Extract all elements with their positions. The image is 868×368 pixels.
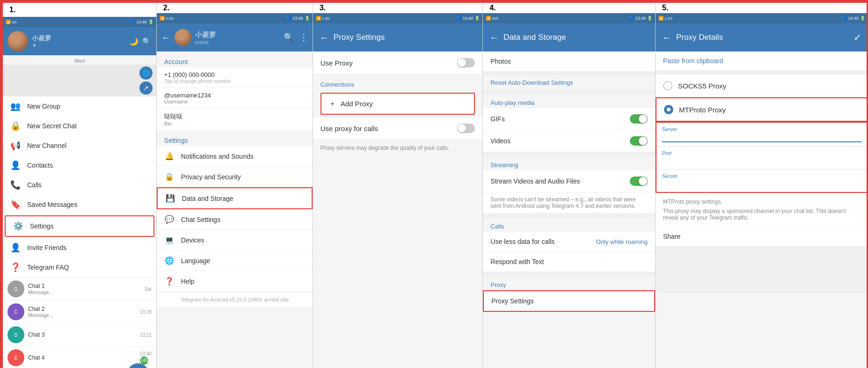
panel-4: 4. 📶 605 🔵 13:40 🔋 ← Data and Storage: [483, 3, 656, 368]
gifs-toggle[interactable]: [630, 114, 648, 124]
username: 小菱萝: [32, 34, 125, 43]
settings-item-notifications[interactable]: 🔔 Notifications and Sounds: [157, 146, 313, 167]
mtproto-label: MTProto Proxy: [679, 106, 726, 114]
videos-toggle[interactable]: [630, 136, 648, 146]
header-status: online: [195, 39, 280, 45]
bio-text: 哒哒哒: [164, 112, 305, 121]
status-right: 🔵 13:40 🔋: [130, 20, 153, 24]
back-button[interactable]: ←: [161, 32, 171, 43]
chat-avatar: D: [7, 326, 24, 343]
socks5-radio[interactable]: [663, 81, 672, 90]
connections-title: Connections: [313, 74, 483, 91]
search-icon[interactable]: 🔍: [284, 32, 294, 43]
channel-icon: 📢: [10, 140, 21, 151]
less-data-value: Only while roaming: [596, 238, 648, 245]
menu-item-contacts[interactable]: 👤 Contacts: [3, 155, 156, 175]
secret-input[interactable]: [662, 179, 861, 188]
menu-item-new-channel[interactable]: 📢 New Channel: [3, 136, 156, 155]
phone-hint: Tap to change phone number: [164, 78, 305, 84]
menu-item-calls[interactable]: 📞 Calls: [3, 175, 156, 195]
lock-icon: 🔒: [10, 121, 21, 131]
panel-5: 5. 📶 1.2G 🔵 14:40 🔋 ← Proxy Details ✓: [656, 3, 868, 368]
panel3-header: ← Proxy Settings: [313, 23, 483, 52]
server-input[interactable]: [662, 132, 861, 142]
stream-toggle[interactable]: [630, 177, 648, 186]
use-proxy-calls-row[interactable]: Use proxy for calls: [313, 117, 483, 140]
respond-text-row[interactable]: Respond with Text: [483, 252, 655, 272]
server-field[interactable]: Server: [656, 123, 867, 147]
menu-item-new-secret-chat[interactable]: 🔒 New Secret Chat: [3, 116, 156, 136]
videos-label: Videos: [490, 137, 511, 145]
status-bar-5: 📶 1.2G 🔵 14:40 🔋: [656, 13, 868, 23]
plus-icon: ＋: [329, 99, 336, 108]
confirm-icon[interactable]: ✓: [853, 32, 861, 43]
panel2-header: ← 小菱萝 online 🔍 ⋮: [157, 23, 313, 52]
streaming-hint: Some videos can't be streamed – e.g., al…: [483, 192, 655, 213]
settings-item-privacy[interactable]: 🔒 Privacy and Security: [157, 167, 313, 187]
language-icon: 🌐: [164, 256, 175, 265]
share-button[interactable]: Share: [656, 227, 868, 246]
proxy-settings-row[interactable]: Proxy Settings: [483, 290, 655, 312]
stream-row[interactable]: Stream Videos and Audio Files: [483, 170, 655, 192]
gifs-row[interactable]: GIFs: [483, 108, 655, 130]
less-data-row[interactable]: Use less data for calls Only while roami…: [483, 232, 655, 252]
chat-info: Chat 3: [28, 331, 136, 338]
chat-item[interactable]: D Chat 3 13:21: [3, 324, 156, 346]
panel1-header: 小菱萝 ▼ 🌙 🔍: [3, 27, 156, 55]
step-5-label: 5.: [658, 3, 672, 14]
chat-item[interactable]: G Chat 1 Message... Sat: [3, 278, 156, 301]
back-button[interactable]: ←: [489, 32, 499, 43]
proxy-calls-toggle[interactable]: [457, 124, 475, 133]
header-icons: 🔍 ⋮: [284, 32, 308, 43]
use-proxy-toggle[interactable]: [457, 58, 475, 67]
back-button[interactable]: ←: [662, 32, 671, 43]
invite-icon: 👤: [10, 243, 21, 253]
mtproto-option[interactable]: MTProto Proxy: [656, 97, 868, 122]
chat-icon: 💬: [164, 215, 175, 224]
search-icon[interactable]: 🔍: [142, 37, 152, 46]
menu-item-saved-messages[interactable]: 🔖 Saved Messages: [3, 195, 156, 214]
step-2-label: 2.: [160, 3, 173, 14]
secret-field[interactable]: Secret: [656, 169, 867, 192]
add-proxy-button[interactable]: ＋ Add Proxy: [321, 93, 475, 115]
menu-item-faq[interactable]: ❓ Telegram FAQ: [3, 258, 156, 277]
port-input[interactable]: [662, 156, 861, 165]
globe-icon[interactable]: 🌐: [139, 66, 153, 80]
nav-icon-2[interactable]: ↗: [139, 81, 153, 95]
chat-avatar: E: [7, 349, 24, 366]
port-field[interactable]: Port: [656, 147, 867, 169]
chat-item[interactable]: C Chat 2 Message... 13:28: [3, 301, 156, 324]
reset-label[interactable]: Reset Auto-Download Settings: [483, 75, 655, 90]
panel3-title: Proxy Settings: [334, 33, 476, 42]
menu-item-new-group[interactable]: 👥 New Group: [3, 96, 156, 116]
stream-label: Stream Videos and Audio Files: [490, 177, 580, 185]
menu-item-settings[interactable]: ⚙️ Settings: [5, 215, 154, 237]
use-proxy-row[interactable]: Use Proxy: [313, 52, 483, 74]
help-icon: ❓: [164, 277, 175, 286]
panel4-title: Data and Storage: [503, 33, 649, 42]
bio-label: Bio: [164, 121, 305, 126]
videos-row[interactable]: Videos: [483, 130, 655, 152]
new-group-icon: 👥: [10, 101, 21, 111]
panel2-content: Account +1 (000) 000-0000 Tap to change …: [157, 52, 313, 368]
server-label: Server: [662, 126, 861, 132]
menu-item-invite[interactable]: 👤 Invite Friends: [3, 238, 156, 258]
more-icon[interactable]: ⋮: [299, 32, 308, 43]
socks5-option[interactable]: SOCKS5 Proxy: [656, 74, 868, 97]
back-button[interactable]: ←: [320, 32, 329, 43]
side-menu: 👥 New Group 🔒 New Secret Chat 📢 New Chan…: [3, 96, 156, 368]
menu-label-channel: New Channel: [27, 142, 66, 149]
avatar-img: [7, 31, 28, 52]
paste-from-clipboard-button[interactable]: Paste from clipboard: [656, 52, 868, 71]
settings-item-data[interactable]: 💾 Data and Storage: [157, 187, 313, 209]
settings-item-language[interactable]: 🌐 Language: [157, 250, 313, 271]
photos-row[interactable]: Photos: [483, 52, 655, 72]
settings-item-chat[interactable]: 💬 Chat Settings: [157, 209, 313, 230]
header-name: 小菱萝: [195, 30, 280, 39]
mtproto-radio[interactable]: [664, 105, 673, 114]
settings-item-help[interactable]: ❓ Help: [157, 271, 313, 292]
panel-2: 2. 📶 3.5G 🔵 13:40 🔋 ← 小菱萝 onli: [157, 3, 313, 368]
settings-item-devices[interactable]: 💻 Devices: [157, 230, 313, 250]
moon-icon[interactable]: 🌙: [129, 37, 139, 46]
spacer: [483, 72, 655, 75]
